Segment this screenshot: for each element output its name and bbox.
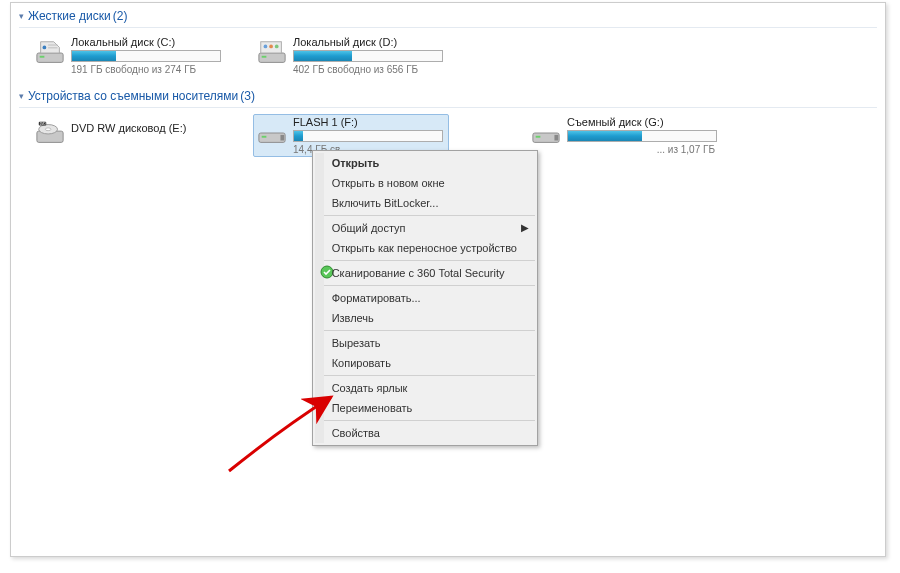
removable-drive-icon <box>257 118 287 148</box>
section-count: (2) <box>113 9 128 23</box>
section-title: Жесткие диски <box>28 9 111 23</box>
section-count: (3) <box>240 89 255 103</box>
drive-capacity-bar <box>293 50 443 62</box>
svg-rect-20 <box>536 136 541 138</box>
svg-point-10 <box>275 45 279 49</box>
drive-label: Съемный диск (G:) <box>567 116 727 128</box>
drive-c[interactable]: Локальный диск (C:) 191 ГБ свободно из 2… <box>31 34 235 77</box>
section-separator <box>19 27 877 28</box>
section-separator <box>19 107 877 108</box>
svg-rect-4 <box>48 47 57 48</box>
svg-rect-1 <box>40 56 45 58</box>
svg-point-8 <box>264 45 268 49</box>
drive-capacity-bar <box>567 130 717 142</box>
collapse-icon: ▾ <box>19 11 24 21</box>
context-menu: Открыть Открыть в новом окне Включить Bi… <box>312 150 538 446</box>
context-menu-separator <box>324 215 535 216</box>
drive-label: Локальный диск (D:) <box>293 36 453 48</box>
context-menu-gutter <box>315 153 324 443</box>
context-menu-open[interactable]: Открыть <box>324 153 535 173</box>
context-menu-bitlocker[interactable]: Включить BitLocker... <box>324 193 535 213</box>
context-menu-open-portable[interactable]: Открыть как переносное устройство <box>324 238 535 258</box>
svg-rect-6 <box>262 56 267 58</box>
context-menu-rename[interactable]: Переименовать <box>324 398 535 418</box>
drive-d[interactable]: Локальный диск (D:) 402 ГБ свободно из 6… <box>253 34 457 77</box>
drive-label: DVD RW дисковод (E:) <box>71 122 231 134</box>
drive-label: FLASH 1 (F:) <box>293 116 445 128</box>
hard-drives-row: Локальный диск (C:) 191 ГБ свободно из 2… <box>11 32 885 83</box>
context-menu-scan-360[interactable]: Сканирование с 360 Total Security <box>324 263 535 283</box>
context-menu-eject[interactable]: Извлечь <box>324 308 535 328</box>
svg-point-2 <box>43 46 47 50</box>
svg-text:DVD: DVD <box>40 122 46 126</box>
context-menu-open-new-window[interactable]: Открыть в новом окне <box>324 173 535 193</box>
context-menu-separator <box>324 330 535 331</box>
context-menu-copy[interactable]: Копировать <box>324 353 535 373</box>
context-menu-separator <box>324 260 535 261</box>
drive-capacity-bar <box>293 130 443 142</box>
context-menu-properties[interactable]: Свойства <box>324 423 535 443</box>
svg-point-9 <box>269 45 273 49</box>
drive-status: ... из 1,07 ГБ <box>567 144 715 155</box>
svg-rect-3 <box>48 45 57 46</box>
context-menu-create-shortcut[interactable]: Создать ярлык <box>324 378 535 398</box>
dvd-drive-icon: DVD <box>35 118 65 148</box>
svg-rect-17 <box>262 136 267 138</box>
drive-dvd-e[interactable]: DVD DVD RW дисковод (E:) <box>31 114 235 157</box>
section-hard-drives-header[interactable]: ▾ Жесткие диски (2) <box>19 9 885 23</box>
submenu-arrow-icon: ▶ <box>521 222 529 233</box>
svg-point-13 <box>45 128 51 131</box>
collapse-icon: ▾ <box>19 91 24 101</box>
drive-status: 191 ГБ свободно из 274 ГБ <box>71 64 231 75</box>
section-title: Устройства со съемными носителями <box>28 89 238 103</box>
drive-capacity-bar <box>71 50 221 62</box>
drive-removable-g[interactable]: Съемный диск (G:) ... из 1,07 ГБ <box>527 114 731 157</box>
context-menu-separator <box>324 285 535 286</box>
context-menu-format[interactable]: Форматировать... <box>324 288 535 308</box>
context-menu-cut[interactable]: Вырезать <box>324 333 535 353</box>
svg-rect-18 <box>280 135 284 141</box>
context-menu-share-label: Общий доступ <box>332 222 406 234</box>
context-menu-share[interactable]: Общий доступ ▶ <box>324 218 535 238</box>
svg-rect-21 <box>554 135 558 141</box>
section-removable-header[interactable]: ▾ Устройства со съемными носителями (3) <box>19 89 885 103</box>
drive-status: 402 ГБ свободно из 656 ГБ <box>293 64 453 75</box>
hdd-icon <box>257 38 287 68</box>
removable-drive-icon <box>531 118 561 148</box>
hdd-icon <box>35 38 65 68</box>
context-menu-separator <box>324 375 535 376</box>
explorer-content-pane: ▾ Жесткие диски (2) Локальный диск (C:) … <box>10 2 886 557</box>
drive-label: Локальный диск (C:) <box>71 36 231 48</box>
context-menu-separator <box>324 420 535 421</box>
